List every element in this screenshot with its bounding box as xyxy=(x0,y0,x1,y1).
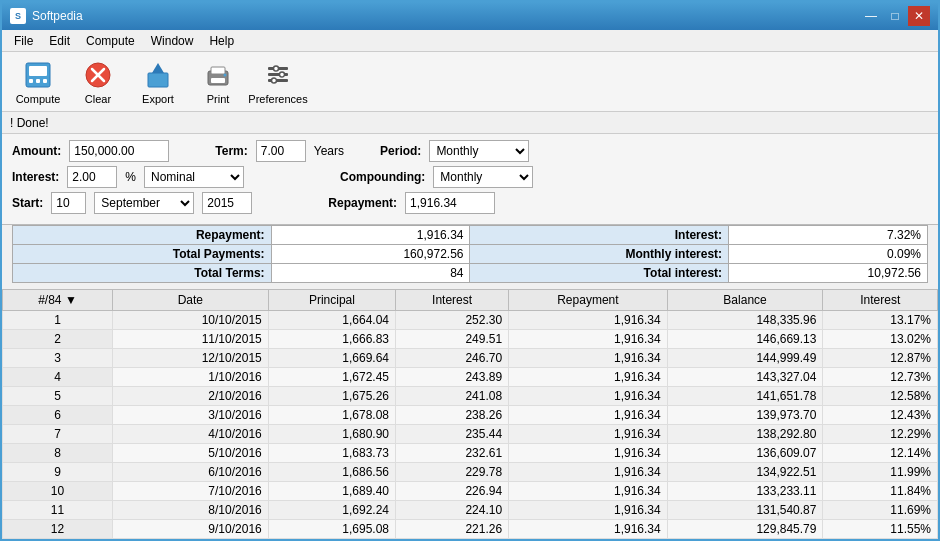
cell-principal: 1,686.56 xyxy=(268,463,395,482)
table-row: 13 10/10/2016 1,697.94 218.40 1,916.34 1… xyxy=(3,539,938,540)
summary-value-2: 7.32% xyxy=(729,226,928,245)
cell-date: 4/10/2016 xyxy=(112,425,268,444)
cell-interest: 218.40 xyxy=(396,539,509,540)
cell-interest: 238.26 xyxy=(396,406,509,425)
compounding-select[interactable]: Monthly Daily Weekly xyxy=(433,166,533,188)
summary-mid-label-3: Total interest: xyxy=(470,264,729,283)
col-header-principal[interactable]: Principal xyxy=(268,290,395,311)
start-month-select[interactable]: September January February March April M… xyxy=(94,192,194,214)
maximize-button[interactable]: □ xyxy=(884,6,906,26)
cell-date: 1/10/2016 xyxy=(112,368,268,387)
cell-pct: 11.84% xyxy=(823,482,938,501)
summary-value-4: 0.09% xyxy=(729,245,928,264)
cell-interest: 232.61 xyxy=(396,444,509,463)
table-row: 2 11/10/2015 1,666.83 249.51 1,916.34 14… xyxy=(3,330,938,349)
col-header-num[interactable]: #/84 ▼ xyxy=(3,290,113,311)
table-row: 10 7/10/2016 1,689.40 226.94 1,916.34 13… xyxy=(3,482,938,501)
cell-pct: 11.55% xyxy=(823,520,938,539)
col-header-balance[interactable]: Balance xyxy=(667,290,823,311)
period-select[interactable]: Monthly Weekly Fortnightly xyxy=(429,140,529,162)
cell-principal: 1,664.04 xyxy=(268,311,395,330)
svg-point-19 xyxy=(272,78,277,83)
amount-input[interactable] xyxy=(69,140,169,162)
summary-label-2: Total Payments: xyxy=(13,245,272,264)
compute-button[interactable]: Compute xyxy=(10,57,66,107)
start-year-input[interactable] xyxy=(202,192,252,214)
export-button[interactable]: Export xyxy=(130,57,186,107)
toolbar: Compute Clear Export xyxy=(2,52,938,112)
cell-pct: 11.40% xyxy=(823,539,938,540)
cell-num: 8 xyxy=(3,444,113,463)
menu-bar: File Edit Compute Window Help xyxy=(2,30,938,52)
cell-balance: 139,973.70 xyxy=(667,406,823,425)
table-row: 7 4/10/2016 1,680.90 235.44 1,916.34 138… xyxy=(3,425,938,444)
cell-date: 10/10/2015 xyxy=(112,311,268,330)
status-bar: ! Done! xyxy=(2,112,938,134)
table-body: 1 10/10/2015 1,664.04 252.30 1,916.34 14… xyxy=(3,311,938,540)
svg-rect-12 xyxy=(211,78,225,83)
repayment-input[interactable] xyxy=(405,192,495,214)
cell-date: 10/10/2016 xyxy=(112,539,268,540)
cell-num: 6 xyxy=(3,406,113,425)
compute-icon xyxy=(22,59,54,91)
cell-principal: 1,678.08 xyxy=(268,406,395,425)
col-header-repayment[interactable]: Repayment xyxy=(509,290,668,311)
table-row: 11 8/10/2016 1,692.24 224.10 1,916.34 13… xyxy=(3,501,938,520)
cell-principal: 1,669.64 xyxy=(268,349,395,368)
data-table: #/84 ▼ Date Principal Interest Repayment… xyxy=(2,289,938,539)
cell-balance: 134,922.51 xyxy=(667,463,823,482)
menu-help[interactable]: Help xyxy=(201,32,242,50)
cell-repayment: 1,916.34 xyxy=(509,387,668,406)
svg-rect-2 xyxy=(29,79,33,83)
cell-pct: 12.87% xyxy=(823,349,938,368)
col-header-interest[interactable]: Interest xyxy=(396,290,509,311)
menu-edit[interactable]: Edit xyxy=(41,32,78,50)
menu-compute[interactable]: Compute xyxy=(78,32,143,50)
svg-point-13 xyxy=(224,73,227,76)
cell-num: 2 xyxy=(3,330,113,349)
amount-label: Amount: xyxy=(12,144,61,158)
interest-input[interactable] xyxy=(67,166,117,188)
summary-mid-label-2: Monthly interest: xyxy=(470,245,729,264)
summary-value-3: 160,972.56 xyxy=(271,245,470,264)
menu-window[interactable]: Window xyxy=(143,32,202,50)
col-header-date[interactable]: Date xyxy=(112,290,268,311)
title-bar: S Softpedia — □ ✕ xyxy=(2,2,938,30)
start-label: Start: xyxy=(12,196,43,210)
close-button[interactable]: ✕ xyxy=(908,6,930,26)
cell-date: 9/10/2016 xyxy=(112,520,268,539)
cell-balance: 128,147.85 xyxy=(667,539,823,540)
cell-num: 11 xyxy=(3,501,113,520)
data-table-wrap[interactable]: #/84 ▼ Date Principal Interest Repayment… xyxy=(2,289,938,539)
cell-balance: 141,651.78 xyxy=(667,387,823,406)
menu-file[interactable]: File xyxy=(6,32,41,50)
cell-balance: 143,327.04 xyxy=(667,368,823,387)
title-bar-buttons: — □ ✕ xyxy=(860,6,930,26)
minimize-button[interactable]: — xyxy=(860,6,882,26)
cell-interest: 243.89 xyxy=(396,368,509,387)
col-header-pct[interactable]: Interest xyxy=(823,290,938,311)
cell-date: 12/10/2015 xyxy=(112,349,268,368)
cell-balance: 136,609.07 xyxy=(667,444,823,463)
cell-num: 5 xyxy=(3,387,113,406)
preferences-button[interactable]: Preferences xyxy=(250,57,306,107)
cell-principal: 1,697.94 xyxy=(268,539,395,540)
clear-icon xyxy=(82,59,114,91)
cell-principal: 1,666.83 xyxy=(268,330,395,349)
cell-date: 7/10/2016 xyxy=(112,482,268,501)
cell-pct: 11.69% xyxy=(823,501,938,520)
cell-repayment: 1,916.34 xyxy=(509,482,668,501)
clear-button[interactable]: Clear xyxy=(70,57,126,107)
table-row: 4 1/10/2016 1,672.45 243.89 1,916.34 143… xyxy=(3,368,938,387)
start-day-input[interactable] xyxy=(51,192,86,214)
cell-repayment: 1,916.34 xyxy=(509,406,668,425)
cell-balance: 138,292.80 xyxy=(667,425,823,444)
summary-row-1: Repayment: 1,916.34 Interest: 7.32% xyxy=(13,226,928,245)
term-input[interactable] xyxy=(256,140,306,162)
print-button[interactable]: Print xyxy=(190,57,246,107)
interest-type-select[interactable]: Nominal Effective xyxy=(144,166,244,188)
cell-num: 3 xyxy=(3,349,113,368)
cell-num: 4 xyxy=(3,368,113,387)
cell-repayment: 1,916.34 xyxy=(509,501,668,520)
cell-interest: 221.26 xyxy=(396,520,509,539)
